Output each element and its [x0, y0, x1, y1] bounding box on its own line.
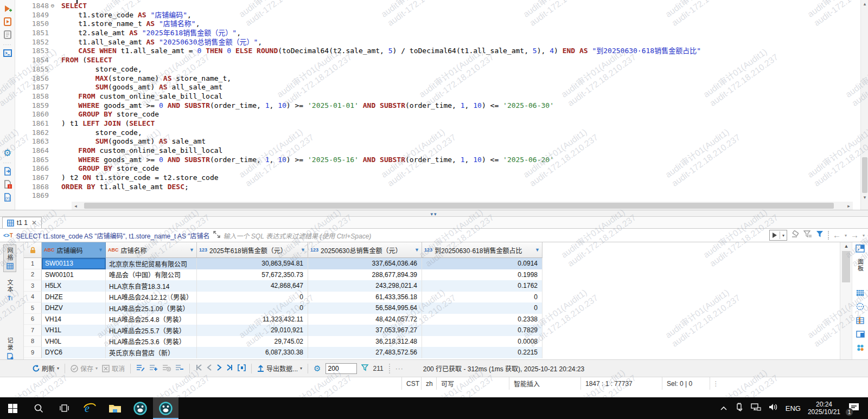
grid-cell[interactable]: HLA唯品会25.3.6（男装）	[106, 336, 197, 347]
row-number[interactable]: 9	[24, 347, 42, 358]
usb-icon[interactable]	[735, 402, 743, 414]
code-line[interactable]: 1858 FROM custom_online_sale_bill_local	[15, 92, 860, 101]
grid-cell[interactable]: 0	[197, 292, 308, 303]
editor-horizontal-scrollbar[interactable]: ◂ ▸	[72, 202, 853, 210]
row-number[interactable]: 4	[24, 292, 42, 303]
column-header-5[interactable]: 123到20250630·618销售金额占比▼	[422, 242, 542, 258]
statusbar-caret-position[interactable]: 1847 : 1 : 77737	[580, 377, 662, 390]
dbeaver-button-active[interactable]	[153, 397, 178, 419]
vscroll-thumb[interactable]	[862, 157, 867, 193]
expand-filter-icon[interactable]	[213, 230, 220, 240]
editor-results-splitter[interactable]: ▾▾	[0, 210, 868, 217]
tab-record[interactable]: 记录	[3, 334, 16, 359]
row-number[interactable]: 5	[24, 302, 42, 314]
next-page-icon[interactable]	[216, 364, 222, 372]
grid-settings-gear-icon[interactable]: ⚙	[314, 364, 321, 373]
grid-cell[interactable]: 30,863,594.81	[197, 258, 308, 269]
last-page-icon[interactable]	[226, 364, 233, 372]
apply-filter-button[interactable]: ▾	[769, 230, 787, 241]
row-number[interactable]: 6	[24, 314, 42, 325]
grid-cell[interactable]: 0.7829	[422, 325, 542, 336]
grid-cell[interactable]: HLA唯品会25.4.8（男装）	[106, 314, 197, 325]
grid-cell[interactable]: 11,323,432.11	[197, 314, 308, 325]
save-dropdown-icon[interactable]: ▾	[95, 366, 98, 371]
editor-vertical-scrollbar[interactable]: ▴ ▾	[860, 0, 868, 210]
scroll-left-icon[interactable]: ◂	[72, 203, 80, 209]
row-number[interactable]: 7	[24, 325, 42, 336]
scroll-right-icon[interactable]: ▸	[845, 203, 853, 209]
grid-cell[interactable]: 27,483,572.56	[308, 347, 422, 358]
table-row[interactable]: 9DYC6英氏京东自营店（新）6,087,330.3827,483,572.56…	[24, 347, 840, 358]
code-area[interactable]: 1848⊖SELECT1849 t1.store_code AS "店铺编码",…	[15, 0, 860, 201]
code-line[interactable]: 1848⊖SELECT	[15, 2, 860, 11]
taskbar-clock[interactable]: 20:24 2025/10/21	[808, 401, 840, 416]
column-dropdown-icon[interactable]: ▼	[297, 247, 305, 253]
row-number[interactable]: 8	[24, 336, 42, 347]
add-row-icon[interactable]	[149, 364, 158, 373]
delete-row-icon[interactable]	[175, 364, 184, 373]
hscroll-thumb[interactable]	[84, 203, 834, 209]
code-line[interactable]: 1865 WHERE goods_amt >= 0 AND SUBSTR(ord…	[15, 156, 860, 165]
export-data-button[interactable]: 导出数据... ▾	[257, 364, 302, 373]
scroll-up-icon[interactable]: ▲	[840, 243, 852, 249]
duplicate-row-icon[interactable]	[162, 364, 171, 373]
file-error-icon[interactable]: !	[2, 179, 13, 190]
splitter-collapse-icon[interactable]: ▾▾	[430, 211, 437, 217]
dbeaver-button[interactable]	[127, 397, 153, 419]
code-line[interactable]: 1861) t1 LEFT JOIN (SELECT	[15, 119, 860, 128]
code-line[interactable]: 1853 CASE WHEN t1.all_sale_amt = 0 THEN …	[15, 47, 860, 56]
calc-panel-icon[interactable]	[856, 289, 864, 299]
speaker-icon[interactable]	[768, 403, 778, 414]
task-view-button[interactable]	[51, 397, 76, 419]
forward-dropdown-icon[interactable]: ▾	[863, 233, 865, 238]
grid-cell[interactable]: DHZV	[42, 302, 106, 314]
value-viewer-icon[interactable]	[856, 302, 864, 313]
grid-scroll-thumb[interactable]	[842, 251, 850, 282]
references-panel-icon[interactable]	[857, 344, 864, 353]
grid-cell[interactable]: 56,584,995.64	[308, 302, 422, 314]
code-line[interactable]: 1860 GROUP BY store_code	[15, 110, 860, 119]
grid-cell[interactable]: 288,677,894.39	[308, 269, 422, 281]
table-row[interactable]: 5DHZVHLA唯品会25.1.09（男装）056,584,995.640	[24, 302, 840, 314]
scroll-down-icon[interactable]: ▾	[861, 195, 868, 200]
statusbar-overflow-icon[interactable]: ⋮	[710, 377, 722, 390]
code-line[interactable]: 1855 store_code,	[15, 65, 860, 74]
grid-cell[interactable]: 37,053,967.27	[308, 325, 422, 336]
settings-gear-icon[interactable]: ⚙	[2, 147, 13, 158]
column-header-4[interactable]: 12320250630总销售金额（元）▼	[308, 242, 422, 258]
code-line[interactable]: 1856 MAX(store_name) AS store_name_t,	[15, 74, 860, 83]
data-grid[interactable]: ABC店铺编码▼ABC店铺名称▼1232025年618销售金额（元）▼12320…	[24, 242, 840, 359]
grid-cell[interactable]: 57,672,350.73	[197, 269, 308, 281]
statusbar-language[interactable]: zh	[421, 377, 436, 390]
code-line[interactable]: 1857 SUM(goods_amt) AS all_sale_amt	[15, 83, 860, 92]
grid-cell[interactable]: HLA唯品会25.5.7（男装）	[106, 325, 197, 336]
column-header-2[interactable]: ABC店铺名称▼	[106, 242, 197, 258]
back-arrow-icon[interactable]: ←	[833, 231, 841, 239]
export-dropdown-icon[interactable]: ▾	[300, 366, 302, 371]
script-icon[interactable]	[2, 29, 13, 40]
grid-cell[interactable]: 243,298,021.4	[308, 280, 422, 292]
network-icon[interactable]	[750, 403, 761, 414]
statusbar-insert-mode[interactable]: 智能插入	[509, 377, 580, 390]
column-dropdown-icon[interactable]: ▼	[532, 247, 540, 253]
code-line[interactable]: 1859 WHERE goods_amt >= 0 AND SUBSTR(ord…	[15, 101, 860, 111]
remove-filter-icon[interactable]	[803, 230, 812, 240]
grid-corner-cell[interactable]	[24, 242, 42, 258]
table-row[interactable]: 7VH1LHLA唯品会25.5.7（男装）29,010,92137,053,96…	[24, 325, 840, 336]
grid-cell[interactable]: 唯品会（中国）有限公司	[106, 269, 197, 281]
refresh-dropdown-icon[interactable]: ▾	[57, 366, 59, 371]
save-button[interactable]: 保存 ▾	[71, 364, 98, 373]
search-button[interactable]	[25, 397, 51, 419]
grid-vertical-scrollbar[interactable]: ▲	[840, 242, 852, 359]
table-row[interactable]: 3H5LXHLA京东自营18.3.1442,868,647243,298,021…	[24, 280, 840, 292]
grid-cell[interactable]: 29,010,921	[197, 325, 308, 336]
grid-cell[interactable]: SW00101	[42, 269, 106, 281]
grid-cell[interactable]: 0.0914	[422, 258, 542, 269]
grid-cell[interactable]: 48,424,057.72	[308, 314, 422, 325]
erase-filter-icon[interactable]	[791, 230, 800, 240]
grid-cell[interactable]: DHZE	[42, 292, 106, 303]
grid-cell[interactable]: 36,218,312.48	[308, 336, 422, 347]
grid-cell[interactable]: 6,087,330.38	[197, 347, 308, 358]
statusbar-selection-info[interactable]: Sel: 0 | 0	[662, 377, 710, 390]
back-dropdown-icon[interactable]: ▾	[845, 233, 847, 238]
